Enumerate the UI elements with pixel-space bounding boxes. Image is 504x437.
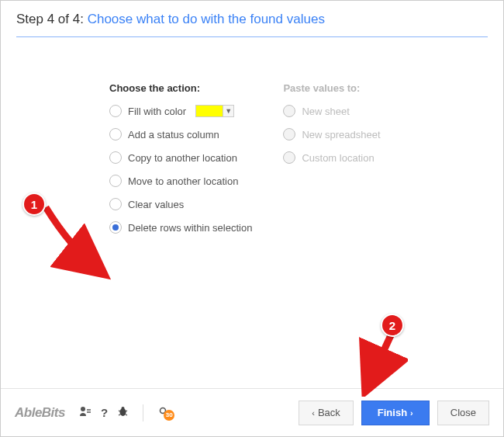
radio-icon [109, 198, 122, 210]
step-title: Choose what to do with the found values [88, 12, 325, 26]
brand-logo: AbleBits [15, 405, 65, 421]
option-move-location[interactable]: Move to another location [109, 175, 252, 187]
license-key-icon[interactable]: 30 [157, 405, 173, 421]
button-label: Finish [378, 407, 407, 418]
contact-icon[interactable] [79, 406, 91, 419]
paste-column: Paste values to: New sheet New spreadshe… [283, 82, 380, 245]
finish-button[interactable]: Finish › [361, 401, 430, 425]
option-label: New spreadsheet [302, 129, 380, 140]
radio-icon [283, 151, 295, 164]
option-label: Copy to another location [128, 152, 237, 164]
chevron-down-icon[interactable]: ▼ [223, 105, 234, 117]
action-column: Choose the action: Fill with color ▼ Add… [109, 82, 252, 245]
svg-point-2 [122, 407, 125, 410]
option-label: Move to another location [128, 175, 238, 187]
option-label: Fill with color [128, 106, 186, 117]
option-fill-color[interactable]: Fill with color ▼ [109, 105, 252, 117]
chevron-left-icon: ‹ [312, 408, 315, 418]
option-label: New sheet [302, 106, 349, 117]
footer-icons: ? 30 [79, 404, 173, 421]
separator [143, 404, 143, 421]
bug-icon[interactable] [117, 406, 129, 420]
option-status-column[interactable]: Add a status column [109, 128, 252, 140]
footer-bar: AbleBits ? 30 ‹ Back Finish › Close [1, 388, 503, 436]
radio-icon [109, 221, 122, 234]
help-icon[interactable]: ? [101, 406, 108, 419]
header-divider [16, 36, 488, 37]
step-prefix: Step 4 of 4: [16, 12, 84, 26]
option-delete-rows[interactable]: Delete rows within selection [109, 221, 252, 234]
option-label: Clear values [128, 199, 184, 210]
button-label: Close [450, 407, 476, 418]
option-label: Custom location [302, 152, 374, 164]
annotation-callout-2: 2 [381, 314, 404, 337]
wizard-step-header: Step 4 of 4: Choose what to do with the … [16, 12, 488, 36]
annotation-arrow-2 [354, 331, 408, 397]
option-copy-location[interactable]: Copy to another location [109, 151, 252, 164]
action-heading: Choose the action: [109, 82, 252, 94]
radio-icon [109, 128, 122, 140]
svg-point-0 [81, 407, 85, 411]
button-label: Back [318, 407, 340, 418]
close-button[interactable]: Close [437, 401, 489, 425]
license-badge: 30 [164, 410, 174, 421]
option-clear-values[interactable]: Clear values [109, 198, 252, 210]
option-custom-location: Custom location [283, 151, 380, 164]
radio-icon [283, 105, 295, 117]
option-label: Add a status column [128, 129, 219, 140]
option-new-spreadsheet: New spreadsheet [283, 128, 380, 140]
annotation-callout-1: 1 [22, 192, 46, 216]
radio-icon [109, 175, 122, 187]
option-new-sheet: New sheet [283, 105, 380, 117]
color-swatch[interactable] [195, 105, 223, 117]
back-button[interactable]: ‹ Back [299, 401, 354, 425]
option-label: Delete rows within selection [128, 222, 252, 234]
radio-icon [109, 151, 122, 164]
chevron-right-icon: › [410, 408, 413, 418]
paste-heading: Paste values to: [283, 82, 380, 94]
radio-icon [109, 105, 122, 117]
radio-icon [283, 128, 295, 140]
